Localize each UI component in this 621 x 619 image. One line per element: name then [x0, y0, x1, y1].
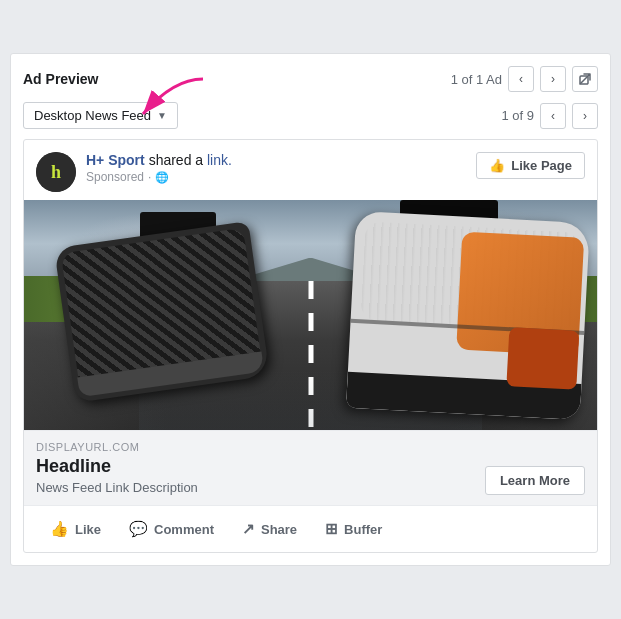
action-link[interactable]: link.: [207, 152, 232, 168]
like-page-button[interactable]: 👍 Like Page: [476, 152, 585, 179]
ad-footer-text: DISPLAYURL.COM Headline News Feed Link D…: [36, 441, 473, 495]
dropdown-chevron-icon: ▼: [157, 110, 167, 121]
ad-meta-sub: Sponsored · 🌐: [86, 170, 232, 184]
shoe-right: [351, 200, 597, 419]
comment-label: Comment: [154, 522, 214, 537]
ad-description: News Feed Link Description: [36, 480, 473, 495]
buffer-action[interactable]: ⊞ Buffer: [311, 514, 396, 544]
share-action[interactable]: ↗ Share: [228, 514, 311, 544]
like-label: Like: [75, 522, 101, 537]
ad-header-left: h H+ Sport shared a link. Sponsored · 🌐: [36, 152, 232, 192]
share-icon: ↗: [242, 520, 255, 538]
ad-headline: Headline: [36, 456, 473, 477]
ad-count: 1 of 1 Ad: [451, 72, 502, 87]
placement-dropdown[interactable]: Desktop News Feed ▼: [23, 102, 178, 129]
like-action[interactable]: 👍 Like: [36, 514, 115, 544]
top-bar-right: 1 of 1 Ad ‹ ›: [451, 66, 598, 92]
ad-image: [24, 200, 597, 430]
ad-meta: H+ Sport shared a link. Sponsored · 🌐: [86, 152, 232, 184]
learn-more-button[interactable]: Learn More: [485, 466, 585, 495]
external-link-icon: [579, 73, 591, 85]
prev-page-button[interactable]: ‹: [540, 103, 566, 129]
avatar-logo: h: [36, 152, 76, 192]
heel-counter: [506, 328, 579, 391]
comment-action[interactable]: 💬 Comment: [115, 514, 228, 544]
page-name[interactable]: H+ Sport: [86, 152, 145, 168]
ad-header: h H+ Sport shared a link. Sponsored · 🌐: [24, 140, 597, 200]
like-page-label: Like Page: [511, 158, 572, 173]
next-ad-button[interactable]: ›: [540, 66, 566, 92]
ad-footer-content: DISPLAYURL.COM Headline News Feed Link D…: [36, 441, 585, 495]
dot-separator: ·: [148, 170, 151, 184]
globe-icon: 🌐: [155, 171, 169, 184]
avatar: h: [36, 152, 76, 192]
dropdown-bar: Desktop News Feed ▼ 1 of 9 ‹ ›: [23, 102, 598, 129]
top-bar: Ad Preview 1 of 1 Ad ‹ ›: [23, 66, 598, 92]
like-icon: 👍: [50, 520, 69, 538]
ad-footer: DISPLAYURL.COM Headline News Feed Link D…: [24, 430, 597, 505]
comment-icon: 💬: [129, 520, 148, 538]
next-page-button[interactable]: ›: [572, 103, 598, 129]
ad-preview-title: Ad Preview: [23, 71, 98, 87]
prev-ad-button[interactable]: ‹: [508, 66, 534, 92]
share-label: Share: [261, 522, 297, 537]
sponsored-label: Sponsored: [86, 170, 144, 184]
shoe-left-body: [54, 221, 270, 403]
action-bar: 👍 Like 💬 Comment ↗ Share ⊞ Buffer: [24, 505, 597, 552]
ad-meta-title: H+ Sport shared a link.: [86, 152, 232, 168]
shoe-right-body: [346, 211, 590, 420]
placement-label: Desktop News Feed: [34, 108, 151, 123]
page-count-text: 1 of 9: [501, 108, 534, 123]
ad-card: h H+ Sport shared a link. Sponsored · 🌐: [23, 139, 598, 553]
action-text: shared a: [149, 152, 207, 168]
thumbs-up-icon: 👍: [489, 158, 505, 173]
display-url: DISPLAYURL.COM: [36, 441, 473, 453]
external-link-button[interactable]: [572, 66, 598, 92]
buffer-icon: ⊞: [325, 520, 338, 538]
ad-preview-container: Ad Preview 1 of 1 Ad ‹ ›: [10, 53, 611, 566]
buffer-label: Buffer: [344, 522, 382, 537]
page-count-area: 1 of 9 ‹ ›: [501, 103, 598, 129]
shoe-left: [53, 212, 271, 396]
